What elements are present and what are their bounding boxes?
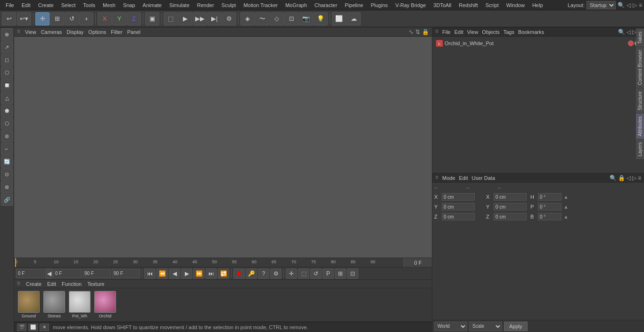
om-back-icon[interactable]: ◁ [627,29,631,35]
deformers-button[interactable]: ⊡ [284,12,298,25]
tab-takes[interactable]: Takes [636,28,644,47]
viewport-menu-view[interactable]: View [25,29,36,35]
weld-button[interactable]: 🔗 [1,194,13,206]
live-select-button[interactable]: 🔄 [1,155,13,168]
p-arrow[interactable]: ▲ [563,204,569,210]
spline-tool-button[interactable]: 〜 [255,12,269,25]
axis-y-button[interactable]: Y [112,12,126,25]
material-menu-function[interactable]: Function [62,281,82,287]
tab-content-browser[interactable]: Content Browser [636,47,644,88]
viewport-menu-filter[interactable]: Filter [111,29,122,35]
layout-back-icon[interactable]: ◁ [627,2,631,8]
rotate-tool-button[interactable]: ↺ [65,12,79,25]
parent-button[interactable]: ▣ [145,12,159,25]
snapper-button[interactable]: ✛ [286,268,297,279]
timeline-area[interactable]: 0 5 10 15 20 25 30 35 40 45 50 55 60 65 … [14,258,432,267]
om-menu-edit[interactable]: Edit [454,29,463,35]
tab-structure[interactable]: Structure [636,88,644,113]
prev-frame-button[interactable]: ◀ [45,268,53,279]
axis-x-button[interactable]: X [98,12,112,25]
viewport-swap-icon[interactable]: ⇅ [415,29,420,35]
end-frame-field2[interactable]: 90 F [112,269,140,278]
menu-item-render[interactable]: Render [193,1,218,9]
menu-item-mesh[interactable]: Mesh [99,1,119,9]
h-field[interactable]: 0 ° [538,193,561,201]
render-pv-button[interactable]: ▶| [207,12,222,25]
play-reverse-button[interactable]: ◀ [169,268,180,279]
menu-item-select[interactable]: Select [58,1,80,9]
status-icon-square[interactable]: ⬜ [28,324,38,331]
edge-mode-button[interactable]: ⬡ [1,66,13,79]
object-item-orchid[interactable]: L Orchid_in_White_Pot [434,39,642,48]
menu-item-create[interactable]: Create [34,1,58,9]
floor-button[interactable]: ⬜ [332,12,346,25]
tool-btn2[interactable]: ⬚ [298,268,309,279]
start-frame-field[interactable]: 0 F [53,269,82,278]
key-button[interactable]: ? [258,268,269,279]
menu-item-edit[interactable]: Edit [18,1,34,9]
search-icon[interactable]: 🔍 [618,2,625,8]
sky-button[interactable]: ☁ [347,12,361,25]
objects-tool-button[interactable]: ◈ [240,12,255,25]
om-menu-objects[interactable]: Objects [482,29,499,35]
om-menu-tags[interactable]: Tags [504,29,514,35]
paint-button[interactable]: ⊙ [1,168,13,180]
tab-layers[interactable]: Layers [636,139,644,159]
menu-item-vray[interactable]: V-Ray Bridge [392,1,430,9]
menu-item-character[interactable]: Character [311,1,341,9]
tool-btn3[interactable]: ↺ [310,268,322,279]
timeline-playhead[interactable] [15,258,16,267]
move-mode-button[interactable]: ↗ [1,41,13,53]
menu-item-3dtoall[interactable]: 3DToAll [429,1,455,9]
status-icon-cinema4d[interactable]: 🎬 [17,324,26,331]
end-frame-field[interactable]: 90 F [83,269,111,278]
attr-back-icon[interactable]: ◁ [627,175,631,181]
sculpt-mode-button[interactable]: ⬡ [1,117,13,130]
render-multipass-button[interactable]: ▶▶ [193,12,207,25]
menu-item-tools[interactable]: Tools [79,1,99,9]
attr-forward-icon[interactable]: ▷ [632,175,636,181]
x-field-2[interactable]: 0 cm [494,193,527,201]
menu-item-mograph[interactable]: MoGraph [281,1,311,9]
material-swatch-orchid[interactable]: Orchid [93,291,117,319]
apply-button[interactable]: Apply [504,322,528,331]
h-arrow[interactable]: ▲ [563,194,569,200]
menu-item-plugins[interactable]: Plugins [367,1,391,9]
om-menu-bookmarks[interactable]: Bookmarks [518,29,544,35]
scale-tool-button[interactable]: ⊞ [50,12,64,25]
playback-settings-button[interactable]: ⚙ [270,268,281,279]
undo-button[interactable]: ↩ [2,12,16,25]
menu-item-window[interactable]: Window [503,1,528,9]
material-swatch-potwh[interactable]: Pot_Wh [68,291,91,319]
menu-item-file[interactable]: File [2,1,18,9]
scale-select[interactable]: Scale [469,322,502,331]
magnet-button[interactable]: ⊛ [1,181,13,193]
layout-select[interactable]: Startup [586,1,616,9]
axis-z-button[interactable]: Z [127,12,141,25]
select-mode-button[interactable]: ⊕ [1,28,13,40]
viewport-menu-options[interactable]: Options [88,29,106,35]
go-start-button[interactable]: ⏮ [144,268,156,279]
viewport-menu-cameras[interactable]: Cameras [41,29,62,35]
tool-btn4[interactable]: P [322,268,334,279]
tab-attributes[interactable]: Attributes [636,113,644,139]
render-active-button[interactable]: ▶ [178,12,192,25]
go-end-button[interactable]: ⏭ [206,268,217,279]
loop-button[interactable]: 🔁 [218,268,229,279]
tool-btn6[interactable]: ⊡ [347,268,358,279]
layout-menu-icon[interactable]: ≡ [639,2,642,8]
menu-item-pipeline[interactable]: Pipeline [341,1,367,9]
menu-item-snap[interactable]: Snap [119,1,139,9]
add-object-button[interactable]: ＋ [79,12,93,25]
tag-dot-red[interactable] [628,40,634,46]
menu-item-simulate[interactable]: Simulate [165,1,193,9]
auto-key-button[interactable]: 🔑 [246,268,257,279]
uv-mode-button[interactable]: 🔲 [1,79,13,91]
attr-search-icon[interactable]: 🔍 [610,175,617,181]
p-field[interactable]: 0 ° [538,203,561,211]
render-region-button[interactable]: ⬚ [164,12,178,25]
polygon-mode-button[interactable]: ◻ [1,54,13,66]
world-select[interactable]: World [434,322,467,331]
b-arrow[interactable]: ▲ [563,214,569,219]
layout-forward-icon[interactable]: ▷ [633,2,637,8]
